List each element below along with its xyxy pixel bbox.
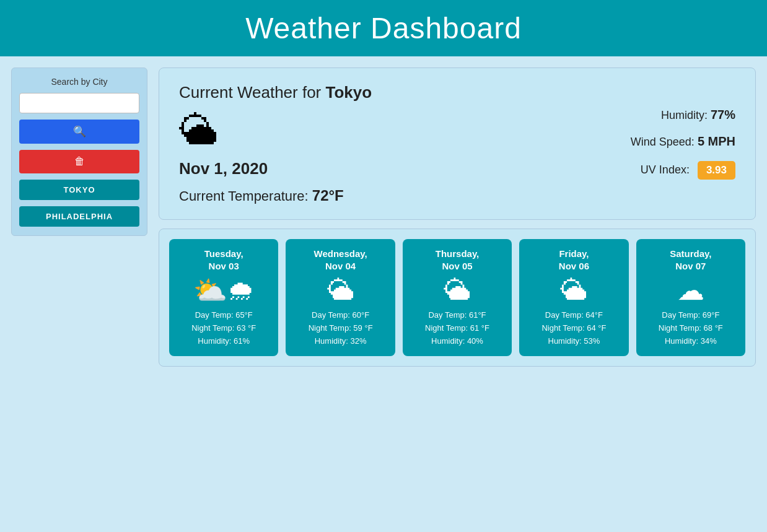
main-content: Search by City 🔍 🗑 TOKYO PHILADELPHIA Cu… xyxy=(0,56,767,378)
wind-label: Wind Speed: xyxy=(631,136,698,148)
delete-button[interactable]: 🗑 xyxy=(19,150,139,173)
forecast-day: Saturday,Nov 07 xyxy=(670,248,711,272)
humidity-label: Humidity: xyxy=(661,109,711,121)
forecast-icon: 🌥 xyxy=(327,277,354,304)
temp-label: Current Temperature: xyxy=(179,188,312,204)
forecast-card: Thursday,Nov 05 🌥 Day Temp: 61°FNight Te… xyxy=(403,239,512,356)
wind-value: 5 MPH xyxy=(698,134,735,148)
forecast-details: Day Temp: 61°FNight Temp: 61 °FHumidity:… xyxy=(425,309,489,347)
current-weather-icon: 🌥 xyxy=(179,111,219,150)
wind-stat: Wind Speed: 5 MPH xyxy=(631,134,735,149)
forecast-day: Wednesday,Nov 04 xyxy=(314,248,367,272)
forecast-day: Friday,Nov 06 xyxy=(559,248,589,272)
sidebar-label: Search by City xyxy=(51,77,107,87)
uv-badge: 3.93 xyxy=(698,161,735,180)
forecast-details: Day Temp: 60°FNight Temp: 59 °FHumidity:… xyxy=(309,309,373,347)
forecast-card: Saturday,Nov 07 ☁ Day Temp: 69°FNight Te… xyxy=(636,239,745,356)
uv-label: UV Index: xyxy=(641,164,693,176)
search-icon: 🔍 xyxy=(73,125,86,138)
current-title: Current Weather for Tokyo xyxy=(179,83,372,102)
city-button-philadelphia[interactable]: PHILADELPHIA xyxy=(19,206,139,227)
forecast-icon: ☁ xyxy=(677,277,704,304)
forecast-details: Day Temp: 69°FNight Temp: 68 °FHumidity:… xyxy=(659,309,723,347)
current-right: Humidity: 77% Wind Speed: 5 MPH UV Index… xyxy=(611,108,735,180)
page-title: Weather Dashboard xyxy=(0,11,767,45)
forecast-details: Day Temp: 65°FNight Temp: 63 °FHumidity:… xyxy=(191,309,256,347)
forecast-day: Thursday,Nov 05 xyxy=(436,248,480,272)
trash-icon: 🗑 xyxy=(74,155,85,168)
title-prefix: Current Weather for xyxy=(179,83,326,102)
city-button-tokyo[interactable]: TOKYO xyxy=(19,180,139,200)
app-header: Weather Dashboard xyxy=(0,0,767,56)
forecast-day: Tuesday,Nov 03 xyxy=(204,248,243,272)
forecast-card: Wednesday,Nov 04 🌥 Day Temp: 60°FNight T… xyxy=(286,239,395,356)
right-panel: Current Weather for Tokyo 🌥 Nov 1, 2020 … xyxy=(159,68,756,367)
uv-stat: UV Index: 3.93 xyxy=(641,161,735,180)
current-weather-card: Current Weather for Tokyo 🌥 Nov 1, 2020 … xyxy=(159,68,756,220)
forecast-card: Tuesday,Nov 03 ⛅🌧 Day Temp: 65°FNight Te… xyxy=(169,239,278,356)
current-date: Nov 1, 2020 xyxy=(179,159,268,178)
search-button[interactable]: 🔍 xyxy=(19,120,139,144)
temp-value: 72°F xyxy=(312,187,344,204)
humidity-stat: Humidity: 77% xyxy=(661,108,735,122)
humidity-value: 77% xyxy=(711,108,735,121)
forecast-strip: Tuesday,Nov 03 ⛅🌧 Day Temp: 65°FNight Te… xyxy=(159,229,756,367)
current-temp: Current Temperature: 72°F xyxy=(179,187,344,204)
search-input[interactable] xyxy=(19,93,139,113)
sidebar: Search by City 🔍 🗑 TOKYO PHILADELPHIA xyxy=(11,68,147,236)
forecast-details: Day Temp: 64°FNight Temp: 64 °FHumidity:… xyxy=(541,309,606,347)
forecast-card: Friday,Nov 06 🌥 Day Temp: 64°FNight Temp… xyxy=(519,239,628,356)
current-left: Current Weather for Tokyo 🌥 Nov 1, 2020 … xyxy=(179,83,593,204)
forecast-icon: 🌥 xyxy=(444,277,471,304)
forecast-icon: ⛅🌧 xyxy=(193,277,255,304)
forecast-icon: 🌥 xyxy=(560,277,587,304)
current-city: Tokyo xyxy=(326,83,372,102)
